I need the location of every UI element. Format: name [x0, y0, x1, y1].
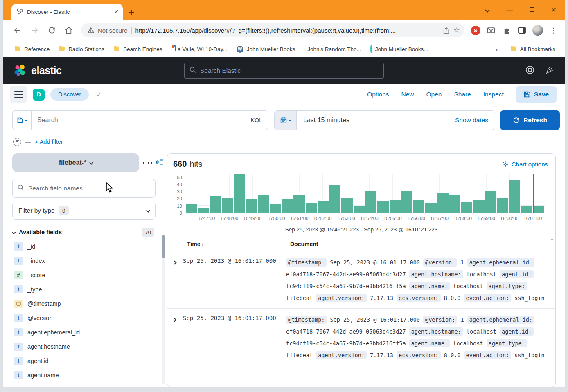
filter-menu-icon[interactable] — [13, 138, 21, 146]
field-list-options-icon[interactable] — [143, 162, 152, 164]
bookmark-star-icon[interactable]: ☆ — [453, 26, 460, 35]
calendar-icon — [280, 117, 287, 123]
new-tab-button[interactable]: + — [128, 7, 134, 17]
time-range-value[interactable]: Last 15 minutes — [297, 116, 349, 124]
not-secure-warning-icon[interactable] — [88, 27, 94, 33]
bookmark-item[interactable]: Search Engines — [110, 44, 166, 54]
x-axis-tick-label: 15:50:00 — [267, 216, 285, 221]
profile-avatar[interactable] — [531, 24, 544, 37]
histogram-chart[interactable]: 01020304050 — [171, 174, 545, 213]
bookmark-item[interactable]: La Valle, WI 10-Day... — [167, 45, 231, 54]
back-icon[interactable] — [10, 23, 25, 38]
field-list-item[interactable]: t_type — [12, 282, 165, 296]
mouse-cursor — [105, 182, 114, 193]
bookmarks-overflow-chevron[interactable]: » — [491, 46, 503, 53]
bookmark-item[interactable]: John's Random Tho... — [300, 45, 365, 54]
home-icon[interactable] — [61, 23, 76, 38]
date-picker: Last 15 minutes Show dates — [274, 110, 495, 130]
discover-content: filebeat-* Search field names — [3, 149, 565, 387]
tab-close-icon[interactable]: ✕ — [114, 9, 119, 15]
field-list-item[interactable]: #_score — [12, 268, 165, 282]
x-axis-tick-label: 15:55:00 — [383, 216, 402, 221]
saved-queries-button[interactable] — [12, 110, 31, 130]
filter-by-type-dropdown[interactable]: Filter by type 0 — [12, 202, 156, 220]
elastic-logo-icon — [13, 64, 27, 78]
x-axis-tick-label: 16:01:00 — [523, 216, 542, 221]
open-link[interactable]: Open — [426, 91, 442, 98]
newsfeed-icon[interactable] — [545, 65, 555, 76]
histogram-bar — [198, 208, 209, 213]
field-name-pill: agent.version: — [316, 294, 367, 302]
field-list-item[interactable]: t_index — [12, 253, 165, 268]
app-toolbar: D Discover ✓ Options New Open Share Insp… — [3, 84, 565, 105]
add-filter-link[interactable]: + Add filter — [35, 139, 63, 145]
all-bookmarks-button[interactable]: All Bookmarks — [507, 44, 559, 54]
side-panel-icon[interactable] — [516, 24, 529, 37]
field-list-item[interactable]: tagent.hostname — [12, 339, 165, 354]
elastic-search-input[interactable]: Search Elastic — [184, 63, 384, 79]
breadcrumb-discover[interactable]: Discover — [50, 88, 89, 101]
save-button[interactable]: Save — [516, 86, 557, 103]
elastic-brand[interactable]: elastic — [13, 64, 61, 78]
minimize-button[interactable]: — — [498, 6, 521, 13]
bookmark-item[interactable]: John Mueller Books... — [367, 44, 432, 54]
field-list-item[interactable]: tagent.ephemeral_id — [12, 325, 165, 339]
x-axis-tick-label: 15:49:00 — [243, 216, 262, 221]
field-name-pill: event.action: — [464, 351, 512, 359]
query-search-input[interactable]: Search KQL — [31, 110, 268, 130]
table-scrollbar-thumb[interactable] — [551, 239, 553, 240]
field-name-pill: agent.type: — [487, 339, 527, 347]
bookmark-label: Reference — [24, 46, 50, 52]
browser-menu-icon[interactable]: ⋮ — [547, 24, 560, 37]
help-icon[interactable] — [525, 65, 534, 76]
refresh-button[interactable]: Refresh — [500, 110, 560, 130]
available-fields-header[interactable]: Available fields 70 — [12, 225, 156, 239]
close-button[interactable]: ✕ — [543, 6, 565, 14]
new-link[interactable]: New — [401, 91, 414, 98]
main-menu-icon[interactable] — [10, 86, 27, 103]
tab-search-chevron-icon[interactable] — [476, 6, 498, 13]
maximize-button[interactable] — [521, 6, 543, 13]
share-icon[interactable] — [443, 27, 450, 34]
query-bar: Search KQL Last 15 minutes Show dates Re… — [3, 105, 565, 134]
time-column-header[interactable]: Time↓ — [187, 241, 290, 247]
field-search-input[interactable]: Search field names — [12, 179, 156, 198]
field-list-item[interactable]: @timestamp — [12, 296, 165, 311]
index-pattern-button[interactable]: filebeat-* — [12, 153, 139, 172]
bookmark-item[interactable]: WJohn Mueller Books — [233, 44, 299, 54]
field-list-item[interactable]: t_id — [12, 239, 165, 253]
sidebar-scrollbar-thumb[interactable] — [162, 235, 165, 258]
inspect-link[interactable]: Inspect — [483, 91, 504, 98]
chart-plot-area[interactable] — [185, 174, 545, 213]
reload-icon[interactable] — [44, 23, 59, 38]
string-type-icon: t — [14, 257, 23, 265]
histogram-bar — [354, 206, 365, 213]
extension-mail-icon[interactable] — [485, 24, 498, 37]
extension-s-icon[interactable]: S — [469, 24, 482, 37]
chart-options-button[interactable]: Chart options — [502, 161, 548, 168]
browser-tab[interactable]: Discover - Elastic ✕ — [11, 4, 123, 20]
collapse-sidebar-icon[interactable] — [156, 159, 164, 167]
space-badge[interactable]: D — [33, 89, 45, 101]
query-language-button[interactable]: KQL — [251, 117, 262, 123]
field-list-item[interactable]: tagent.id — [12, 354, 165, 368]
share-link[interactable]: Share — [454, 91, 471, 98]
expand-row-icon[interactable] — [173, 314, 183, 361]
bookmark-item[interactable]: Reference — [11, 44, 53, 54]
show-dates-link[interactable]: Show dates — [455, 116, 495, 124]
chart-y-axis: 01020304050 — [171, 174, 185, 213]
string-type-icon: t — [14, 371, 23, 379]
address-bar[interactable]: Not secure http://172.105.7.150/app/disc… — [81, 23, 464, 37]
bookmark-item[interactable]: Radio Stations — [55, 44, 108, 54]
options-link[interactable]: Options — [367, 91, 389, 98]
expand-row-icon[interactable] — [173, 257, 183, 304]
forward-icon[interactable] — [27, 23, 42, 38]
field-list-item[interactable]: t@version — [12, 311, 165, 325]
elastic-search-placeholder: Search Elastic — [200, 67, 241, 74]
url-text[interactable]: http://172.105.7.150/app/discover#/?_g=(… — [135, 27, 439, 34]
calendar-button[interactable] — [275, 111, 297, 130]
field-list-item[interactable]: tagent.name — [12, 368, 165, 382]
extensions-puzzle-icon[interactable] — [500, 24, 513, 37]
field-name-pill: agent.type: — [487, 282, 527, 290]
refresh-icon — [513, 117, 520, 124]
